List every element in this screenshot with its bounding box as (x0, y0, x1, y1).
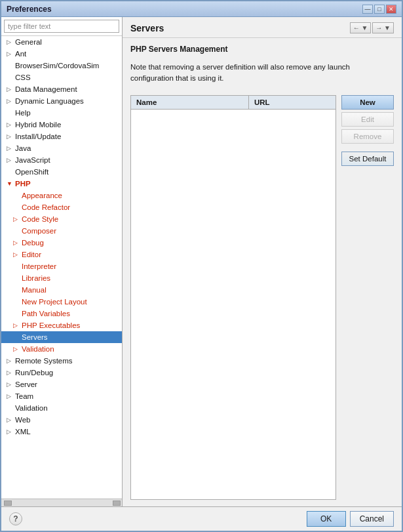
set-default-button[interactable]: Set Default (341, 152, 394, 166)
filter-input[interactable] (4, 20, 119, 33)
remove-button[interactable]: Remove (341, 129, 394, 144)
tree-item-manual[interactable]: ▷ Manual (1, 284, 122, 296)
tree-item-code-refactor[interactable]: ▷ Code Refactor (1, 201, 122, 213)
table-body (131, 110, 336, 500)
tree-item-openshift[interactable]: ▷ OpenShift (1, 166, 122, 178)
tree-item-dynamic-languages[interactable]: ▷ Dynamic Languages (1, 95, 122, 107)
edit-button[interactable]: Edit (341, 112, 394, 127)
tree-item-php[interactable]: ▼ PHP (1, 178, 122, 190)
col-header-name: Name (131, 96, 249, 109)
tree-item-xml[interactable]: ▷ XML (1, 426, 122, 438)
tree-item-team[interactable]: ▷ Team (1, 390, 122, 402)
label-dynamic-languages: Dynamic Languages (15, 97, 84, 105)
title-bar: Preferences — □ ✕ (1, 1, 402, 17)
tree-item-help[interactable]: ▷ Help (1, 107, 122, 119)
tree-item-data-management[interactable]: ▷ Data Management (1, 83, 122, 95)
tree-item-code-style[interactable]: ▷ Code Style (1, 213, 122, 225)
tree-item-new-project-layout[interactable]: ▷ New Project Layout (1, 296, 122, 308)
tree-item-ant[interactable]: ▷ Ant (1, 48, 122, 60)
arrow-hybrid-mobile: ▷ (7, 121, 13, 128)
tree-item-run-debug[interactable]: ▷ Run/Debug (1, 367, 122, 379)
tree-item-web[interactable]: ▷ Web (1, 414, 122, 426)
cancel-button[interactable]: Cancel (350, 511, 394, 527)
tree-item-java[interactable]: ▷ Java (1, 142, 122, 154)
label-general: General (15, 38, 42, 46)
label-data-management: Data Management (15, 85, 77, 93)
arrow-server: ▷ (7, 381, 13, 388)
tree-item-remote-systems[interactable]: ▷ Remote Systems (1, 355, 122, 367)
arrow-data-management: ▷ (7, 86, 13, 92)
tree-item-javascript[interactable]: ▷ JavaScript (1, 154, 122, 166)
arrow-code-style: ▷ (13, 216, 20, 222)
arrow-php: ▼ (7, 180, 13, 187)
filter-box (1, 17, 122, 36)
tree-item-libraries[interactable]: ▷ Libraries (1, 272, 122, 284)
h-scroll-right (113, 501, 121, 506)
tree-item-validation-top[interactable]: ▷ Validation (1, 402, 122, 414)
label-interpreter: Interpreter (22, 262, 56, 270)
h-scroll-track (12, 501, 113, 506)
maximize-button[interactable]: □ (374, 5, 385, 14)
arrow-run-debug: ▷ (7, 369, 13, 376)
arrow-validation-php: ▷ (13, 346, 20, 352)
new-button[interactable]: New (341, 95, 394, 110)
label-manual: Manual (22, 286, 47, 294)
label-java: Java (15, 144, 31, 152)
tree-item-validation-php[interactable]: ▷ Validation (1, 343, 122, 355)
tree-item-server[interactable]: ▷ Server (1, 379, 122, 390)
label-remote-systems: Remote Systems (15, 357, 73, 365)
bottom-actions: OK Cancel (307, 511, 394, 527)
tree-item-hybrid-mobile[interactable]: ▷ Hybrid Mobile (1, 119, 122, 131)
help-button[interactable]: ? (9, 512, 22, 525)
tree-item-editor[interactable]: ▷ Editor (1, 249, 122, 260)
label-browsersim: BrowserSim/CordovaSim (15, 62, 99, 70)
section-title: PHP Servers Management (130, 45, 394, 54)
arrow-debug: ▷ (13, 239, 20, 246)
tree-item-interpreter[interactable]: ▷ Interpreter (1, 260, 122, 272)
arrow-xml: ▷ (7, 428, 13, 435)
minimize-button[interactable]: — (362, 5, 373, 14)
label-install-update: Install/Update (15, 133, 61, 140)
back-button[interactable]: ← ▼ (350, 22, 372, 33)
left-panel: ▷ General ▷ Ant ▷ BrowserSim/CordovaSim … (1, 17, 123, 506)
label-php-executables: PHP Executables (22, 321, 80, 329)
arrow-dynamic-languages: ▷ (7, 98, 13, 104)
main-content: ▷ General ▷ Ant ▷ BrowserSim/CordovaSim … (1, 17, 402, 506)
label-validation-top: Validation (15, 404, 48, 412)
horizontal-scrollbar[interactable] (1, 499, 122, 506)
label-ant: Ant (15, 50, 26, 58)
tree-item-debug[interactable]: ▷ Debug (1, 237, 122, 249)
label-openshift: OpenShift (15, 168, 48, 176)
tree-item-php-executables[interactable]: ▷ PHP Executables (1, 319, 122, 331)
label-validation-php: Validation (22, 345, 54, 353)
panel-body: PHP Servers Management Note that removin… (123, 38, 402, 506)
label-hybrid-mobile: Hybrid Mobile (15, 121, 61, 129)
title-controls: — □ ✕ (362, 5, 396, 14)
col-header-url: URL (249, 96, 336, 109)
panel-title: Servers (130, 23, 164, 33)
label-javascript: JavaScript (15, 156, 50, 164)
tree-item-install-update[interactable]: ▷ Install/Update (1, 131, 122, 142)
side-buttons: New Edit Remove Set Default (341, 95, 394, 501)
close-button[interactable]: ✕ (386, 5, 396, 14)
tree-item-css[interactable]: ▷ CSS (1, 72, 122, 83)
ok-button[interactable]: OK (307, 511, 346, 527)
tree-item-general[interactable]: ▷ General (1, 36, 122, 48)
label-path-variables: Path Variables (22, 310, 70, 317)
label-xml: XML (15, 428, 31, 436)
arrow-install-update: ▷ (7, 133, 13, 140)
h-scroll-left (4, 501, 12, 506)
tree-item-composer[interactable]: ▷ Composer (1, 225, 122, 237)
tree-item-appearance[interactable]: ▷ Appearance (1, 190, 122, 201)
tree-item-servers[interactable]: ▷ Servers (1, 331, 122, 343)
tree-item-path-variables[interactable]: ▷ Path Variables (1, 308, 122, 319)
label-php: PHP (15, 180, 31, 188)
arrow-web: ▷ (7, 417, 13, 423)
label-help: Help (15, 109, 31, 117)
bottom-bar: ? OK Cancel (1, 506, 402, 531)
tree-item-browsersim[interactable]: ▷ BrowserSim/CordovaSim (1, 60, 122, 72)
arrow-team: ▷ (7, 393, 13, 399)
preferences-window: Preferences — □ ✕ ▷ General ▷ Ant (0, 0, 403, 532)
label-debug: Debug (22, 239, 44, 247)
forward-button[interactable]: → ▼ (372, 22, 394, 33)
